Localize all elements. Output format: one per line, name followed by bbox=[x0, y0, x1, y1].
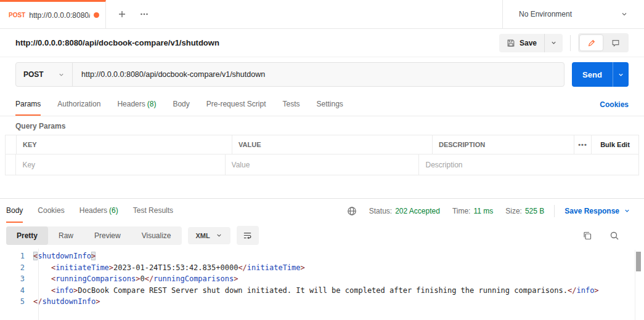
row-handle[interactable] bbox=[6, 154, 15, 175]
save-button[interactable]: Save bbox=[499, 34, 563, 52]
save-response-button[interactable]: Save Response bbox=[565, 207, 630, 215]
cookies-link[interactable]: Cookies bbox=[600, 100, 629, 109]
view-preview[interactable]: Preview bbox=[84, 226, 131, 245]
divider bbox=[570, 35, 571, 51]
tab-body[interactable]: Body bbox=[173, 93, 189, 116]
save-button-label: Save bbox=[520, 39, 537, 47]
request-tab[interactable]: POST http://0.0.0.0:8080/ap bbox=[0, 0, 106, 28]
method-dropdown[interactable]: POST bbox=[16, 63, 73, 86]
line-number: 3 bbox=[0, 273, 33, 285]
format-dropdown-value: XML bbox=[196, 232, 210, 239]
params-empty-row bbox=[6, 154, 638, 175]
tab-strip: POST http://0.0.0.0:8080/ap No Environme… bbox=[0, 0, 644, 29]
tab-label: Settings bbox=[317, 100, 343, 108]
code-line: 2 <initiateTime>2023-01-24T15:53:42.835+… bbox=[0, 262, 644, 274]
query-params-title: Query Params bbox=[0, 116, 644, 135]
query-params-table: KEY VALUE DESCRIPTION ••• Bulk Edit bbox=[5, 135, 639, 175]
code-line: 4 <info>DocBook Compare REST Server shut… bbox=[0, 285, 644, 297]
response-view-switcher: Pretty Raw Preview Visualize bbox=[6, 226, 182, 245]
tab-params[interactable]: Params bbox=[15, 93, 41, 116]
params-header-row: KEY VALUE DESCRIPTION ••• Bulk Edit bbox=[6, 135, 638, 154]
param-description-input[interactable] bbox=[425, 161, 632, 169]
edit-pencil-icon[interactable] bbox=[580, 35, 603, 50]
chevron-down-icon bbox=[624, 207, 630, 214]
status-value: 202 Accepted bbox=[395, 207, 440, 215]
line-number: 5 bbox=[0, 296, 33, 308]
tab-actions bbox=[106, 0, 160, 28]
column-header-description: DESCRIPTION bbox=[432, 135, 574, 154]
param-key-input[interactable] bbox=[22, 161, 218, 169]
save-options-chevron[interactable] bbox=[545, 34, 563, 52]
response-tab-test-results[interactable]: Test Results bbox=[133, 199, 173, 223]
time-badge: Time: 11 ms bbox=[452, 207, 493, 215]
environment-selector[interactable]: No Environment bbox=[502, 0, 644, 28]
vertical-scrollbar[interactable] bbox=[635, 250, 641, 320]
response-toolbar-right bbox=[582, 231, 638, 241]
size-value: 525 B bbox=[525, 207, 544, 215]
tab-more-options-icon[interactable] bbox=[139, 9, 149, 19]
row-handle-column bbox=[6, 135, 16, 154]
send-button[interactable]: Send bbox=[572, 62, 629, 87]
save-response-label: Save Response bbox=[565, 207, 619, 215]
tab-label: Body bbox=[173, 100, 189, 108]
divider bbox=[554, 205, 555, 217]
tab-label: Headers bbox=[79, 206, 107, 215]
response-code[interactable]: 1<shutdownInfo>2 <initiateTime>2023-01-2… bbox=[0, 249, 644, 320]
floppy-save-icon bbox=[507, 39, 515, 47]
code-line: 3 <runningComparisons>0</runningComparis… bbox=[0, 273, 644, 285]
params-more-options-icon[interactable]: ••• bbox=[574, 135, 591, 154]
format-dropdown[interactable]: XML bbox=[188, 227, 230, 244]
tab-tests[interactable]: Tests bbox=[282, 93, 300, 116]
param-value-input[interactable] bbox=[232, 161, 413, 169]
network-globe-icon[interactable] bbox=[347, 206, 357, 216]
tab-authorization[interactable]: Authorization bbox=[57, 93, 100, 116]
column-header-key: KEY bbox=[16, 135, 232, 154]
view-pretty[interactable]: Pretty bbox=[6, 226, 48, 245]
copy-icon[interactable] bbox=[582, 231, 592, 241]
line-number: 4 bbox=[0, 285, 33, 297]
code-line-content: </shutdownInfo> bbox=[33, 296, 100, 308]
tab-settings[interactable]: Settings bbox=[317, 93, 343, 116]
chevron-down-icon bbox=[216, 232, 222, 239]
request-title-row: http://0.0.0.0:8080/api/docbook-compare/… bbox=[0, 29, 644, 57]
view-raw[interactable]: Raw bbox=[48, 226, 84, 245]
response-tab-body[interactable]: Body bbox=[6, 199, 23, 223]
url-input[interactable] bbox=[73, 63, 564, 86]
response-tab-headers[interactable]: Headers(6) bbox=[79, 199, 118, 223]
code-line-content: <info>DocBook Compare REST Server shut d… bbox=[33, 285, 599, 297]
send-options-chevron[interactable] bbox=[613, 62, 629, 87]
chevron-down-icon bbox=[621, 10, 628, 18]
save-button-main[interactable]: Save bbox=[499, 34, 545, 52]
request-title: http://0.0.0.0:8080/api/docbook-compare/… bbox=[15, 38, 219, 47]
title-actions: Save bbox=[499, 33, 629, 52]
tab-label: Cookies bbox=[38, 206, 64, 215]
request-response-splitter[interactable] bbox=[0, 175, 644, 198]
search-icon[interactable] bbox=[609, 231, 619, 241]
tab-title: http://0.0.0.0:8080/ap bbox=[29, 11, 90, 20]
response-tab-cookies[interactable]: Cookies bbox=[38, 199, 64, 223]
comment-icon[interactable] bbox=[604, 35, 627, 50]
tab-label: Headers bbox=[117, 100, 145, 108]
tab-count: (8) bbox=[147, 100, 157, 108]
time-value: 11 ms bbox=[473, 207, 493, 215]
new-tab-plus-icon[interactable] bbox=[117, 9, 127, 19]
unsaved-indicator-dot bbox=[94, 12, 99, 18]
size-label: Size: bbox=[505, 207, 522, 215]
tab-method-badge: POST bbox=[9, 12, 25, 18]
environment-label: No Environment bbox=[519, 10, 572, 18]
tab-label: Params bbox=[15, 100, 41, 108]
url-builder-row: POST Send bbox=[0, 57, 644, 93]
tab-pre-request-script[interactable]: Pre-request Script bbox=[206, 93, 266, 116]
scrollbar-thumb[interactable] bbox=[636, 252, 641, 271]
wrap-lines-icon[interactable] bbox=[237, 226, 259, 245]
code-line-content: <runningComparisons>0</runningComparison… bbox=[33, 273, 238, 285]
bulk-edit-button[interactable]: Bulk Edit bbox=[591, 135, 638, 154]
tab-label: Tests bbox=[282, 100, 300, 108]
url-builder: POST bbox=[15, 62, 565, 87]
view-visualize[interactable]: Visualize bbox=[131, 226, 182, 245]
tab-headers[interactable]: Headers(8) bbox=[117, 93, 156, 116]
response-toolbar: Pretty Raw Preview Visualize XML bbox=[0, 223, 644, 249]
column-header-value: VALUE bbox=[232, 135, 432, 154]
send-button-label[interactable]: Send bbox=[572, 62, 613, 87]
code-line: 5</shutdownInfo> bbox=[0, 296, 644, 308]
